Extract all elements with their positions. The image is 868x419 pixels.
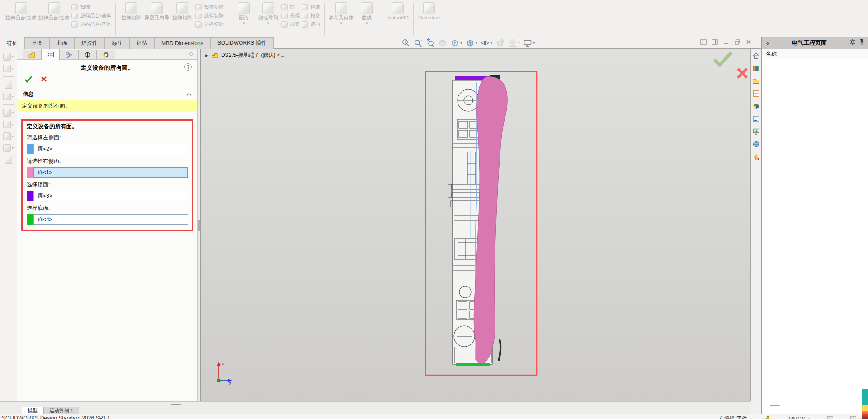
feature-stack-1: 筋 拔模 抽壳 xyxy=(281,2,300,28)
apply-scene-icon[interactable]: ▾ xyxy=(508,38,520,47)
left-toolbar-button[interactable] xyxy=(5,81,12,89)
revolved-boss-button[interactable]: 旋转凸台/基体 xyxy=(38,2,70,20)
extruded-boss-button[interactable]: 拉伸凸台/基体 xyxy=(5,2,37,20)
model-tab[interactable]: 模型 xyxy=(22,407,43,414)
intersect-button[interactable]: 相交 xyxy=(302,12,320,19)
tab-features[interactable]: 特征 xyxy=(0,37,25,49)
gear-icon[interactable] xyxy=(849,38,856,47)
left-toolbar-button[interactable]: ▾ xyxy=(3,144,14,152)
bottom-face-selection-field[interactable]: 面<4> xyxy=(33,214,188,225)
ok-button[interactable] xyxy=(24,75,33,85)
tab-surfaces[interactable]: 曲面 xyxy=(50,37,75,49)
file-explorer-icon[interactable] xyxy=(752,77,760,86)
status-tool-icon[interactable] xyxy=(827,416,833,419)
boundary-cut-button[interactable]: 边界切除 xyxy=(195,21,224,28)
property-manager-tab[interactable] xyxy=(41,49,60,60)
revolved-cut-button[interactable]: 旋转切除 xyxy=(171,2,193,20)
horizontal-scrollbar[interactable] xyxy=(0,401,750,407)
swept-cut-button[interactable]: 扫描切除 xyxy=(195,4,224,10)
tab-weldments[interactable]: 焊接件 xyxy=(75,37,105,49)
tab-solidworks-addins[interactable]: SOLIDWORKS 插件 xyxy=(211,37,274,49)
close-icon[interactable] xyxy=(745,39,752,47)
collapse-panel-icon[interactable]: « xyxy=(766,40,769,47)
motion-study-tab[interactable]: 运动算例 1 xyxy=(43,407,79,414)
hole-wizard-button[interactable]: 异型孔向导 xyxy=(144,2,169,20)
tab-sketch[interactable]: 草图 xyxy=(25,37,50,49)
edit-appearance-icon[interactable] xyxy=(496,38,505,47)
left-toolbar-button[interactable]: ▾ xyxy=(3,121,14,128)
design-library-icon[interactable] xyxy=(752,65,760,74)
configuration-manager-tab[interactable] xyxy=(60,50,78,59)
collapse-chevron-icon[interactable] xyxy=(186,91,192,98)
panel-scroll-grip[interactable] xyxy=(770,405,780,406)
defeature-button[interactable]: Defeature xyxy=(418,2,440,20)
pane-pushpin-dot[interactable] xyxy=(189,52,193,56)
feature-tree-flyout[interactable]: ▶ DS2.5-接地端子 (默认) <... xyxy=(205,52,285,59)
left-toolbar-button[interactable]: ▾ xyxy=(3,109,14,117)
mirror-button[interactable]: 镜向 xyxy=(302,21,320,28)
scrollbar-thumb[interactable] xyxy=(171,404,181,405)
lofted-cut-button[interactable]: 放样切除 xyxy=(195,12,224,19)
cancel-button[interactable] xyxy=(41,76,47,84)
curves-button[interactable]: 曲线 ▾ xyxy=(355,2,378,25)
appearances-scenes-icon[interactable] xyxy=(752,103,760,112)
status-tool-icon[interactable] xyxy=(850,416,856,419)
splitter-grip[interactable] xyxy=(198,220,200,231)
view-settings-icon[interactable]: ▾ xyxy=(523,38,535,47)
hide-show-items-icon[interactable]: ▾ xyxy=(481,38,493,47)
confirm-ok-icon[interactable] xyxy=(712,51,733,69)
expand-tree-icon[interactable]: ▶ xyxy=(205,53,208,58)
zoom-fit-icon[interactable] xyxy=(401,38,410,47)
reference-geometry-button[interactable]: 参考几何体 ▾ xyxy=(329,2,354,25)
left-toolbar-button[interactable]: ▾ xyxy=(3,132,14,140)
display-manager-tab[interactable] xyxy=(97,50,115,59)
left-toolbar-button[interactable] xyxy=(5,156,12,164)
graphics-viewport[interactable]: ▶ DS2.5-接地端子 (默认) <... xyxy=(201,49,750,401)
left-toolbar-button[interactable]: ▾ xyxy=(3,65,14,72)
split-pane-left-icon[interactable] xyxy=(700,39,707,47)
fillet-button[interactable]: 圆角 ▾ xyxy=(232,2,255,25)
tab-evaluate[interactable]: 评估 xyxy=(130,37,155,49)
minimize-icon[interactable] xyxy=(723,39,729,47)
home-icon[interactable] xyxy=(752,52,760,61)
feature-manager-tab[interactable] xyxy=(23,50,41,59)
shell-button[interactable]: 抽壳 xyxy=(281,21,300,28)
display-style-icon[interactable]: ▾ xyxy=(450,38,462,47)
linear-pattern-button[interactable]: 线性阵列 ▾ xyxy=(257,2,279,25)
rib-button[interactable]: 筋 xyxy=(281,4,300,10)
draft-button[interactable]: 拔模 xyxy=(281,12,300,19)
boundary-boss-button[interactable]: 边界凸台/基体 xyxy=(71,21,111,28)
lofted-boss-button[interactable]: 放样凸台/基体 xyxy=(71,12,111,19)
top-face-selection-field[interactable]: 面<3> xyxy=(33,191,188,201)
units-selector[interactable]: MMGS ▾ xyxy=(788,416,810,419)
restore-icon[interactable] xyxy=(734,39,741,47)
online-resources-icon[interactable] xyxy=(752,141,760,150)
extruded-cut-button[interactable]: 拉伸切除 xyxy=(120,2,142,20)
left-face-selection-field[interactable]: 面<2> xyxy=(33,144,188,154)
zoom-area-icon[interactable] xyxy=(414,38,423,47)
help-icon[interactable]: ? xyxy=(184,63,192,71)
name-column-header[interactable]: 名称 xyxy=(762,49,868,59)
view-orientation-icon[interactable]: ▾ xyxy=(466,38,478,47)
dimxpert-manager-tab[interactable] xyxy=(78,50,97,59)
pin-icon[interactable] xyxy=(859,39,865,47)
custom-properties-icon[interactable] xyxy=(752,115,760,124)
previous-view-icon[interactable] xyxy=(426,38,435,47)
tab-mbd-dimensions[interactable]: MBD Dimensions xyxy=(155,37,211,49)
view-palette-icon[interactable] xyxy=(752,90,760,99)
confirm-cancel-icon[interactable] xyxy=(736,67,749,81)
split-pane-right-icon[interactable] xyxy=(712,39,718,47)
warning-icon[interactable] xyxy=(764,415,771,419)
remote-monitor-icon[interactable] xyxy=(752,128,760,137)
electrical-icon[interactable] xyxy=(752,153,760,162)
tab-annotation[interactable]: 标注 xyxy=(105,37,130,49)
left-toolbar-button[interactable]: ▾ xyxy=(3,93,14,100)
info-group-header[interactable]: 信息 xyxy=(17,88,197,100)
right-face-selection-field[interactable]: 面<1> xyxy=(33,167,188,178)
wrap-button[interactable]: 包覆 xyxy=(302,4,320,10)
section-view-icon[interactable] xyxy=(438,38,447,47)
instant3d-button[interactable]: Instant3D xyxy=(387,2,409,20)
panel-splitter[interactable] xyxy=(197,49,201,401)
left-toolbar-button[interactable]: ▾ xyxy=(3,53,14,61)
swept-boss-button[interactable]: 扫描 xyxy=(71,4,111,10)
